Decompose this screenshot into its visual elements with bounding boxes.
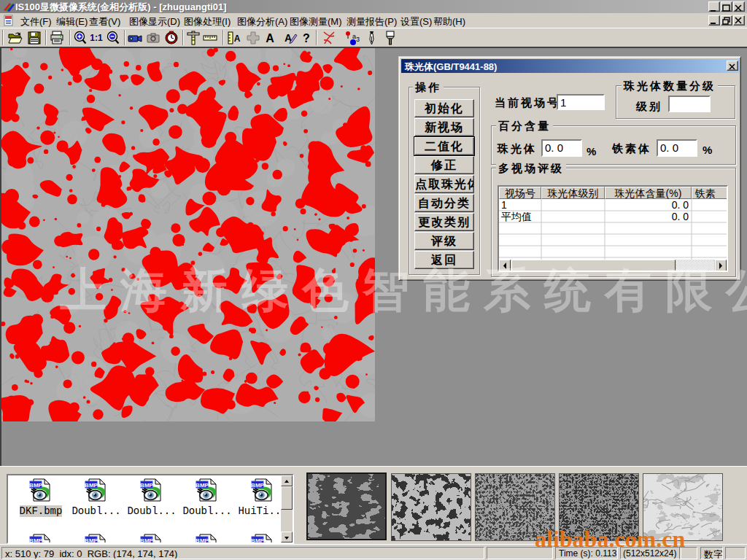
svg-text:BMP: BMP [85,537,98,544]
svg-text:BMP: BMP [140,537,153,544]
svg-text:0. 0: 0. 0 [672,199,689,211]
svg-text:3: 3 [356,36,360,43]
svg-text:BMP: BMP [251,537,264,544]
svg-text:BMP: BMP [29,537,42,544]
svg-text:A: A [234,34,241,44]
svg-text:1: 1 [501,199,507,211]
svg-text:0. 0: 0. 0 [672,211,689,222]
svg-text:BMP: BMP [140,482,153,489]
svg-text:?: ? [303,32,310,44]
svg-text:BMP: BMP [85,482,98,489]
svg-text:BMP: BMP [251,482,264,489]
svg-text:BMP: BMP [196,482,209,489]
svg-text:BMP: BMP [29,482,42,489]
svg-text:A: A [266,32,274,44]
svg-text:BMP: BMP [196,537,209,544]
svg-text:平均值: 平均值 [501,211,532,222]
svg-text:1:1: 1:1 [90,33,103,43]
